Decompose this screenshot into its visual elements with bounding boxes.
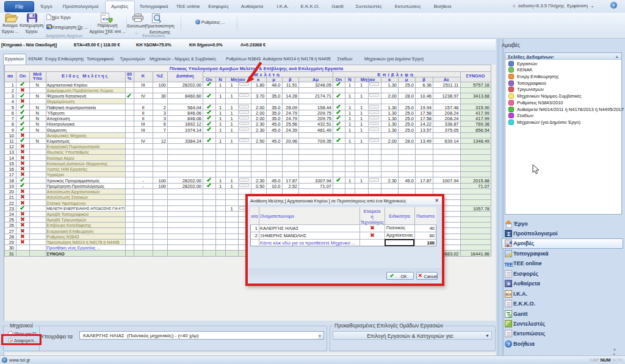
svg-text:<>: <> [103,16,109,22]
